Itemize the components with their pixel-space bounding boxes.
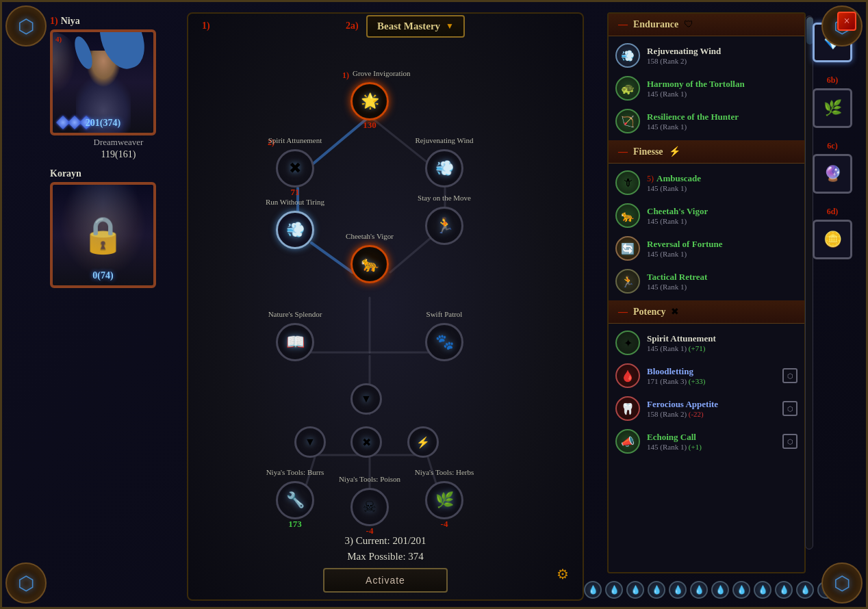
bottom-icon-1[interactable]: 💧 [584,581,602,599]
spirit-attunement-info: Spirit Attunement 145 (Rank 1) (+71) [647,333,797,352]
side-ability-6d[interactable]: 6d) 🪙 [813,220,852,259]
abilities-scroll-container[interactable]: — Endurance 🛡 💨 Rejuvenating Wind 158 (R… [607,12,806,573]
ability-reversal-fortune[interactable]: 🔄 Reversal of Fortune 145 (Rank 1) [609,232,804,265]
node-swift-patrol[interactable]: 🐾 Swift Patrol [425,323,463,361]
node-run-without-tiring[interactable]: 💨 Run Without Tiring [276,211,314,249]
node-connector-top[interactable]: ▼ [350,383,382,415]
bloodletting-rank: 171 (Rank 3) (+33) [647,377,776,385]
herbs-count: -4 [441,519,448,530]
bottom-icon-9[interactable]: 💧 [754,581,771,599]
ambuscade-rank: 145 (Rank 1) [647,184,797,192]
max-line: Max Possible: 374 [188,549,583,565]
activate-button[interactable]: Activate [323,568,448,593]
ability-echoing-call[interactable]: 📣 Echoing Call 145 (Rank 1) (+1) ⬡ [609,425,804,458]
resilience-hunter-rank: 145 (Rank 1) [647,122,797,131]
node-rejuvenating-wind[interactable]: 💨 Rejuvenating Wind [425,149,463,187]
bottom-icon-6[interactable]: 💧 [690,581,708,599]
bottom-icon-7[interactable]: 💧 [711,581,729,599]
potency-dash: — [618,307,628,318]
cheetah-vigor-info: Cheetah's Vigor 145 (Rank 1) [647,206,797,225]
harmony-tortollan-rank: 145 (Rank 1) [647,90,797,98]
reversal-fortune-info: Reversal of Fortune 145 (Rank 1) [647,239,797,258]
bottom-icon-3[interactable]: 💧 [626,581,644,599]
endurance-ability-list: 💨 Rejuvenating Wind 158 (Rank 2) 🐢 Harmo… [609,36,804,140]
node-cheetahs-vigor[interactable]: 🐆 Cheetah's Vigor [350,245,389,283]
ability-rejuvenating-wind[interactable]: 💨 Rejuvenating Wind 158 (Rank 2) [609,39,804,72]
grove-icon: 🌟 [361,92,379,110]
node-niyas-tools-herbs[interactable]: 🌿 Niya's Tools: Herbs -4 [425,481,463,519]
side-6c-label: 6c) [827,141,837,151]
rejuvenating-wind-icon: 💨 [615,43,640,68]
ability-harmony-tortollan[interactable]: 🐢 Harmony of the Tortollan 145 (Rank 1) [609,72,804,105]
companion-niya-name: 1) Niya [50,16,187,27]
endurance-section-header: — Endurance 🛡 [609,14,804,36]
node-right-mid[interactable]: ⚡ [407,426,439,458]
bottom-icon-11[interactable]: 💧 [796,581,814,599]
node-stay-on-the-move[interactable]: 🏃 Stay on the Move [425,207,463,245]
resilience-hunter-name: Resilience of the Hunter [647,112,797,122]
ambuscade-name-row: 5) Ambuscade [647,173,797,184]
harmony-tortollan-name: Harmony of the Tortollan [647,79,797,90]
side-6c-icon: 🔮 [824,165,842,183]
ability-ferocious-appetite[interactable]: 🦷 Ferocious Appetite 158 (Rank 2) (-22) … [609,392,804,425]
companion-korayn-label: Korayn [50,168,81,179]
potency-icon: ✖ [671,306,679,318]
talent-tree-nodes: 🌟 1) Grove Invigoration 130 ✖ 2) Spirit … [188,48,583,545]
node-left-mid[interactable]: ▼ [294,426,326,458]
companion-korayn-name: Korayn [50,168,187,179]
wind-icon: 💨 [435,159,454,177]
bloodletting-name: Bloodletting [647,366,776,377]
grove-label: Grove Invigoration [353,69,387,77]
harmony-tortollan-icon: 🐢 [615,76,640,101]
node-niyas-tools-poison[interactable]: ☠ Niya's Tools: Poison -4 [350,488,389,526]
spec-dropdown[interactable]: Beast Mastery ▼ [366,15,465,38]
side-6d-label: 6d) [827,207,839,217]
finesse-title: Finesse [633,146,663,157]
ability-tactical-retreat[interactable]: 🏃 Tactical Retreat 145 (Rank 1) [609,265,804,298]
bottom-icon-4[interactable]: 💧 [648,581,665,599]
node-natures-splendor[interactable]: 📖 Nature's Splendor [276,323,314,361]
ability-bloodletting[interactable]: 🩸 Bloodletting 171 (Rank 3) (+33) ⬡ [609,359,804,392]
companion-korayn-portrait[interactable]: 🔒 0(74) [50,182,156,288]
ability-resilience-hunter[interactable]: 🏹 Resilience of the Hunter 145 (Rank 1) [609,105,804,138]
finesse-ability-list: 🗡 5) Ambuscade 145 (Rank 1) 🐆 Cheetah's … [609,164,804,300]
companion-korayn: Korayn 🔒 0(74) [50,168,187,288]
node-center-mid[interactable]: ✖ [350,426,382,458]
bottom-icon-5[interactable]: 💧 [669,581,687,599]
side-ability-column: 6a) 💎 6b) 🌿 6c) 🔮 6d) 🪙 [813,16,859,259]
ability-cheetahs-vigor[interactable]: 🐆 Cheetah's Vigor 145 (Rank 1) [609,199,804,232]
bottom-icon-2[interactable]: 💧 [605,581,623,599]
stay-icon: 🏃 [435,217,454,235]
nature-label: Nature's Splendor [257,310,333,318]
resilience-hunter-info: Resilience of the Hunter 145 (Rank 1) [647,112,797,131]
side-ability-6b[interactable]: 6b) 🌿 [813,88,852,128]
run-icon: 💨 [286,221,305,239]
node-grove-invigoration[interactable]: 🌟 1) Grove Invigoration 130 [350,82,389,120]
spirit-attunement-name: Spirit Attunement [647,333,797,344]
talent-tree-area: 1) 2a) Beast Mastery ▼ [187,12,584,601]
companion-niya: 1) Niya 4) 201(374) Dreamweaver 119(161) [50,16,187,160]
ability-spirit-attunement[interactable]: ✦ Spirit Attunement 145 (Rank 1) (+71) [609,326,804,359]
node-niyas-tools-burrs[interactable]: 🔧 Niya's Tools: Burrs 173 [276,481,314,519]
current-line: 3) Current: 201/201 [188,533,583,549]
ferocious-appetite-rank: 158 (Rank 2) (-22) [647,410,776,418]
bottom-icon-10[interactable]: 💧 [775,581,793,599]
companion-niya-class: Dreamweaver [50,137,187,148]
tactical-retreat-icon: 🏃 [615,269,640,294]
gear-icon[interactable]: ⚙ [557,566,569,582]
bottom-icon-8[interactable]: 💧 [732,581,750,599]
companion-niya-portrait[interactable]: 4) 201(374) [50,29,156,135]
finesse-icon: ⚡ [669,146,680,157]
main-window: × 1) Niya 4) 201(374) D [0,0,868,609]
ability-ambuscade[interactable]: 🗡 5) Ambuscade 145 (Rank 1) [609,166,804,199]
node-spirit-attunement[interactable]: ✖ 2) Spirit Attunement 71 [276,149,314,187]
side-ability-6c[interactable]: 6c) 🔮 [813,154,852,194]
close-button[interactable]: × [837,12,856,31]
spirit-attunement-icon: ✦ [615,331,640,355]
rejuvenating-wind-rank: 158 (Rank 2) [647,57,797,65]
herbs-label: Niya's Tools: Herbs [400,468,489,476]
potency-title: Potency [633,307,665,318]
companion-niya-stat: 201(374) [53,118,153,129]
ferocious-appetite-badge: ⬡ [782,401,797,416]
echoing-call-name: Echoing Call [647,432,776,443]
